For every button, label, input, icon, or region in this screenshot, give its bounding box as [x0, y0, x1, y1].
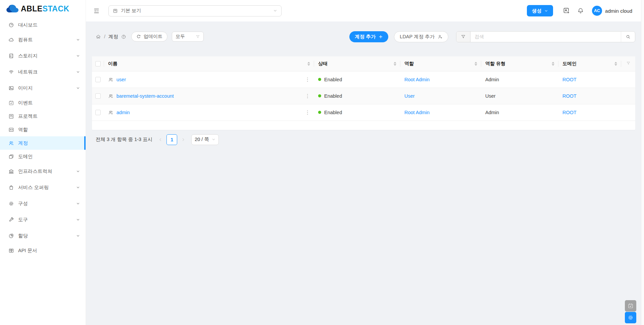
a-plus-icon[interactable]	[563, 7, 570, 14]
search-submit-addon[interactable]	[621, 32, 635, 42]
row-checkbox[interactable]	[95, 77, 101, 82]
sort-caret-icon	[475, 62, 477, 66]
role-type-text: Admin	[485, 110, 499, 115]
sidebar-item-12[interactable]: 구성	[0, 195, 86, 212]
chevron-down-icon	[76, 234, 80, 238]
chevron-left-icon[interactable]	[158, 138, 162, 142]
column-header-1[interactable]: 상태	[314, 56, 400, 71]
tools-icon	[8, 217, 14, 223]
select-all-checkbox-cell	[92, 56, 104, 71]
add-account-button[interactable]: 계정 추가	[349, 31, 388, 42]
account-name-link[interactable]: user	[116, 77, 126, 82]
page-number-button[interactable]: 1	[166, 134, 177, 145]
sidebar-item-label: 도구	[18, 217, 28, 223]
chevron-right-icon[interactable]	[181, 138, 185, 142]
sidebar-item-label: 할당	[18, 233, 28, 239]
sidebar-item-label: 프로젝트	[18, 113, 38, 120]
column-header-3[interactable]: 역할 유형	[481, 56, 558, 71]
brand-logo[interactable]: ABLESTACK	[0, 0, 86, 17]
sidebar-item-13[interactable]: 도구	[0, 212, 86, 228]
home-icon[interactable]	[96, 34, 101, 39]
sidebar-item-9[interactable]: 도메인	[0, 150, 86, 163]
status-text: Enabled	[324, 77, 342, 82]
search-icon	[626, 34, 631, 39]
filter-all-select[interactable]: 모두	[172, 32, 204, 42]
sidebar-item-3[interactable]: 네트워크	[0, 64, 86, 80]
domain-link[interactable]: ROOT	[562, 93, 577, 99]
sidebar-item-0[interactable]: 대시보드	[0, 18, 86, 32]
sidebar-item-11[interactable]: 서비스 오퍼링	[0, 179, 86, 195]
avatar[interactable]: AC	[592, 6, 602, 16]
table-row: baremetal-system-account⋮EnabledUserUser…	[92, 88, 635, 104]
ellipsis-v-icon[interactable]: ⋮	[305, 109, 310, 115]
sidebar-item-10[interactable]: 인프라스트럭쳐	[0, 163, 86, 179]
table-footer-space	[92, 121, 635, 130]
chevron-down-icon	[76, 86, 80, 90]
settings-fab-button[interactable]	[625, 312, 636, 323]
pagination: 전체 3 개 항목 중 1-3 표시 1 20 / 쪽	[96, 134, 635, 145]
chevron-down-icon	[273, 9, 277, 13]
sidebar-item-label: 도메인	[18, 153, 33, 160]
update-button[interactable]: 업데이트	[131, 32, 167, 42]
event-log-button[interactable]	[625, 300, 636, 312]
ellipsis-v-icon[interactable]: ⋮	[305, 77, 310, 83]
username[interactable]: admin cloud	[605, 8, 632, 14]
search-filter-addon[interactable]	[456, 32, 470, 42]
column-header-4[interactable]: 도메인	[558, 56, 621, 71]
create-button[interactable]: 생성	[527, 5, 553, 16]
search-input[interactable]	[470, 32, 621, 42]
sidebar-item-8[interactable]: 계정	[0, 136, 86, 150]
domain-link[interactable]: ROOT	[562, 110, 577, 115]
sidebar-item-5[interactable]: 이벤트	[0, 96, 86, 109]
chevron-down-icon	[76, 218, 80, 222]
plus-icon	[379, 35, 383, 39]
account-name-link[interactable]: admin	[116, 110, 130, 115]
cloud-icon	[8, 37, 14, 43]
sidebar-item-14[interactable]: 할당	[0, 228, 86, 244]
sidebar-item-7[interactable]: 역할	[0, 123, 86, 136]
row-checkbox[interactable]	[95, 93, 101, 99]
sidebar-item-1[interactable]: 컴퓨트	[0, 32, 86, 48]
search-bar	[456, 31, 635, 42]
chevron-down-icon	[76, 202, 80, 205]
role-link[interactable]: User	[404, 93, 415, 99]
question-circle-icon[interactable]	[121, 34, 126, 39]
sidebar-item-label: 컴퓨트	[18, 37, 33, 43]
dashboard-icon	[8, 22, 14, 28]
sidebar-item-label: 인프라스트럭쳐	[18, 168, 52, 175]
toolbar: / 계정 업데이트 모두 계정 추가 LDAP 계정 추가	[96, 31, 635, 42]
account-icon	[8, 140, 14, 146]
scrollbar[interactable]	[641, 0, 644, 325]
gear-icon	[628, 315, 634, 321]
sidebar-item-2[interactable]: 스토리지	[0, 48, 86, 64]
page-size-select[interactable]: 20 / 쪽	[191, 134, 219, 145]
reload-icon	[136, 34, 141, 39]
column-settings-cell[interactable]	[621, 56, 635, 71]
domain-link[interactable]: ROOT	[562, 77, 577, 82]
role-link[interactable]: Root Admin	[404, 110, 430, 115]
view-mode-select[interactable]: 기본 보기	[108, 5, 282, 16]
ldap-add-account-button[interactable]: LDAP 계정 추가	[394, 31, 448, 42]
ellipsis-v-icon[interactable]: ⋮	[305, 93, 310, 99]
sidebar-item-4[interactable]: 이미지	[0, 80, 86, 96]
bell-icon[interactable]	[577, 7, 584, 14]
chevron-down-icon	[76, 38, 80, 42]
filter-all-value: 모두	[176, 34, 185, 40]
status-text: Enabled	[324, 110, 342, 115]
column-header-2[interactable]: 역할	[400, 56, 481, 71]
sidebar-item-15[interactable]: API 문서	[0, 244, 86, 257]
cloud-logo-icon	[6, 4, 19, 13]
role-link[interactable]: Root Admin	[404, 77, 430, 82]
select-all-checkbox[interactable]	[95, 61, 101, 66]
sidebar-item-6[interactable]: 프로젝트	[0, 109, 86, 123]
filter-icon	[196, 35, 200, 39]
column-header-0[interactable]: 이름	[104, 56, 314, 71]
floating-buttons	[625, 300, 636, 323]
chevron-down-icon	[76, 70, 80, 74]
sidebar-menu: 대시보드컴퓨트스토리지네트워크이미지이벤트프로젝트역할계정도메인인프라스트럭쳐서…	[0, 17, 86, 257]
chevron-down-icon	[76, 186, 80, 189]
row-checkbox[interactable]	[95, 110, 101, 115]
account-name-link[interactable]: baremetal-system-account	[116, 93, 174, 99]
menu-fold-icon[interactable]	[93, 8, 100, 14]
role-icon	[8, 127, 14, 133]
